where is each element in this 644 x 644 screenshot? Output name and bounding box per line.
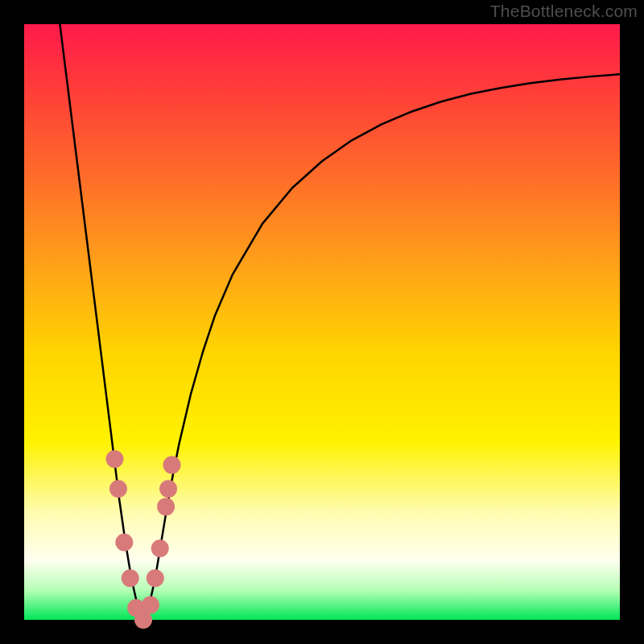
highlight-marker [147, 569, 164, 587]
highlight-marker [163, 456, 181, 474]
highlight-marker [142, 597, 159, 614]
chart-frame: TheBottleneck.com [0, 0, 644, 644]
highlight-marker [157, 497, 175, 515]
highlight-marker [122, 569, 139, 587]
highlight-marker [151, 539, 169, 557]
highlight-marker [159, 480, 177, 497]
highlight-marker [115, 534, 133, 551]
bottleneck-curve [60, 24, 620, 620]
highlight-marker [105, 450, 123, 468]
highlight-marker [109, 480, 127, 497]
chart-svg [0, 0, 644, 644]
